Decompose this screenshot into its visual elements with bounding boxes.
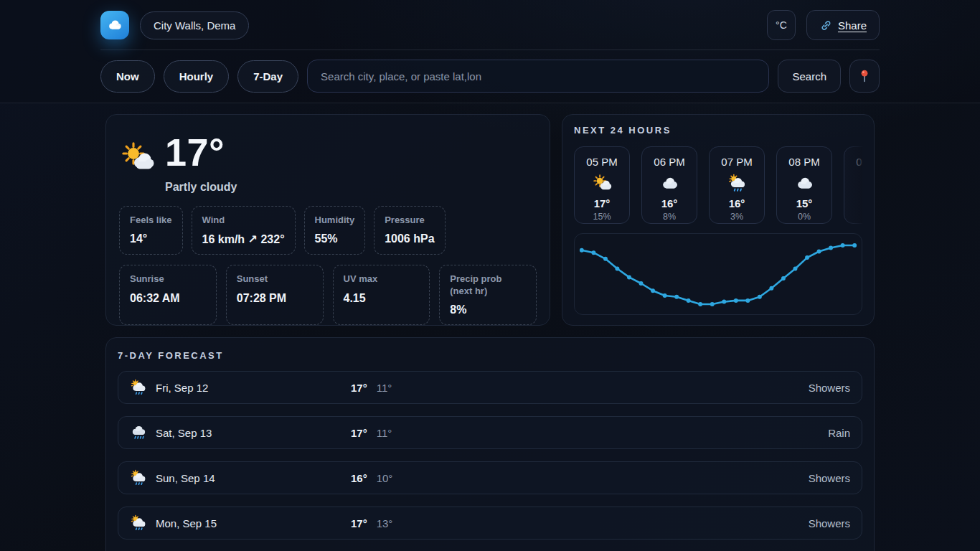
forecast-list: Fri, Sep 1217°11°ShowersSat, Sep 1317°11… xyxy=(118,371,862,551)
hourly-temperature-chart xyxy=(574,233,862,315)
stat-label: Feels like xyxy=(130,215,172,226)
forecast-condition: Showers xyxy=(809,382,850,394)
stat-value: 07:28 PM xyxy=(237,292,313,305)
app-logo xyxy=(100,11,129,39)
hour-card[interactable]: 06 PM16°8% xyxy=(641,146,697,224)
forecast-day: Fri, Sep 12 xyxy=(156,382,351,394)
forecast-high: 17° xyxy=(351,517,367,529)
title-bar: City Walls, Dema °C Share xyxy=(100,0,880,50)
forecast-low: 13° xyxy=(377,517,393,529)
stat-label: Precip prob (next hr) xyxy=(450,273,526,297)
hour-precip: 0% xyxy=(798,212,811,222)
stat-tile: Sunrise06:32 AM xyxy=(119,265,217,325)
stat-value: 06:32 AM xyxy=(130,292,206,305)
current-stats-row-2: Sunrise06:32 AMSunset07:28 PMUV max4.15P… xyxy=(119,265,537,325)
sun-rain-icon xyxy=(130,514,147,532)
search-button[interactable]: Search xyxy=(778,60,841,93)
hour-time: 07 PM xyxy=(721,156,752,168)
current-temperature: 17° xyxy=(165,132,225,173)
hourly-strip[interactable]: 05 PM17°15%06 PM16°8%07 PM16°3%08 PM15°0… xyxy=(574,146,862,224)
hour-card[interactable]: 05 PM17°15% xyxy=(574,146,630,224)
cloud-icon xyxy=(795,174,814,193)
stat-tile: UV max4.15 xyxy=(333,265,430,325)
location-chip[interactable]: City Walls, Dema xyxy=(140,11,249,39)
locate-button[interactable] xyxy=(849,60,880,93)
forecast-high: 17° xyxy=(351,427,367,439)
forecast-row[interactable]: Fri, Sep 1217°11°Showers xyxy=(118,371,862,404)
search-input[interactable] xyxy=(307,60,769,93)
current-conditions-card: 17° Partly cloudy Feels like14°Wind16 km… xyxy=(105,114,550,326)
nav-bar: Now Hourly 7-Day Search xyxy=(100,50,880,103)
stat-label: UV max xyxy=(344,273,420,285)
hour-temp: 17° xyxy=(594,197,611,209)
forecast-row[interactable]: Sun, Sep 1416°10°Showers xyxy=(118,461,862,494)
forecast-row[interactable]: Mon, Sep 1517°13°Showers xyxy=(118,507,862,540)
cloud-icon xyxy=(660,174,679,193)
hour-time: 05 PM xyxy=(586,156,617,168)
sun-rain-icon xyxy=(130,379,147,396)
stat-tile: Precip prob (next hr)8% xyxy=(439,265,537,325)
forecast-low: 10° xyxy=(377,472,393,484)
stat-value: 14° xyxy=(130,232,172,245)
stat-label: Humidity xyxy=(315,215,355,226)
stat-tile: Wind16 km/h ↗ 232° xyxy=(192,206,296,255)
hour-card[interactable]: 07 PM16°3% xyxy=(709,146,765,224)
cloud-icon xyxy=(106,17,123,34)
hour-precip: 15% xyxy=(593,212,611,222)
current-stats-row-1: Feels like14°Wind16 km/h ↗ 232°Humidity5… xyxy=(119,206,537,255)
stat-tile: Pressure1006 hPa xyxy=(374,206,445,255)
forecast-high: 16° xyxy=(351,472,367,484)
next-24-hours-title: NEXT 24 HOURS xyxy=(574,125,862,136)
seven-day-forecast-card: 7-DAY FORECAST Fri, Sep 1217°11°ShowersS… xyxy=(105,337,875,551)
forecast-condition: Showers xyxy=(809,472,850,484)
hour-time: 08 PM xyxy=(788,156,819,168)
tab-hourly[interactable]: Hourly xyxy=(164,60,230,93)
hour-precip: 8% xyxy=(663,212,676,222)
current-condition: Partly cloudy xyxy=(165,181,537,194)
stat-value: 4.15 xyxy=(344,292,420,305)
forecast-low: 11° xyxy=(377,427,392,439)
hour-precip: 3% xyxy=(730,212,743,222)
seven-day-forecast-title: 7-DAY FORECAST xyxy=(118,350,862,361)
tab-7day[interactable]: 7-Day xyxy=(237,60,298,93)
hour-temp: 16° xyxy=(729,197,745,209)
hour-temp: 16° xyxy=(661,197,678,209)
forecast-high: 17° xyxy=(351,382,367,394)
hour-time: 09 PM xyxy=(856,156,862,168)
sun-rain-icon xyxy=(130,469,147,486)
stat-tile: Feels like14° xyxy=(119,206,183,255)
hour-card[interactable]: 09 PM15°0% xyxy=(844,146,862,224)
cloud-icon xyxy=(862,174,863,193)
sun-cloud-icon xyxy=(593,174,612,193)
stat-value: 1006 hPa xyxy=(385,232,434,245)
forecast-day: Mon, Sep 15 xyxy=(156,517,351,529)
stat-tile: Sunset07:28 PM xyxy=(226,265,324,325)
stat-value: 8% xyxy=(450,303,526,316)
stat-tile: Humidity55% xyxy=(304,206,366,255)
forecast-day: Sat, Sep 13 xyxy=(156,427,351,439)
share-button[interactable]: Share xyxy=(806,10,880,40)
app-header: City Walls, Dema °C Share Now Hourly 7-D… xyxy=(0,0,980,103)
partly-cloudy-icon xyxy=(121,141,155,175)
main-content: 17° Partly cloudy Feels like14°Wind16 km… xyxy=(105,114,875,551)
stat-value: 55% xyxy=(315,232,355,245)
hour-temp: 15° xyxy=(796,197,813,209)
next-24-hours-card: NEXT 24 HOURS 05 PM17°15%06 PM16°8%07 PM… xyxy=(562,114,875,326)
rain-icon xyxy=(130,424,147,441)
pushpin-icon xyxy=(857,68,872,84)
tab-now[interactable]: Now xyxy=(100,60,155,93)
stat-value: 16 km/h ↗ 232° xyxy=(202,232,285,246)
forecast-low: 11° xyxy=(377,382,392,394)
forecast-day: Sun, Sep 14 xyxy=(156,472,351,484)
stat-label: Pressure xyxy=(385,215,434,226)
share-label: Share xyxy=(838,19,867,32)
stat-label: Sunrise xyxy=(130,273,206,285)
hour-time: 06 PM xyxy=(654,156,684,168)
link-icon xyxy=(819,19,833,32)
stat-label: Sunset xyxy=(237,273,313,285)
unit-toggle-button[interactable]: °C xyxy=(767,10,796,40)
sun-rain-icon xyxy=(727,174,747,193)
hour-card[interactable]: 08 PM15°0% xyxy=(776,146,832,224)
forecast-row[interactable]: Sat, Sep 1317°11°Rain xyxy=(118,416,862,449)
stat-label: Wind xyxy=(202,215,285,226)
